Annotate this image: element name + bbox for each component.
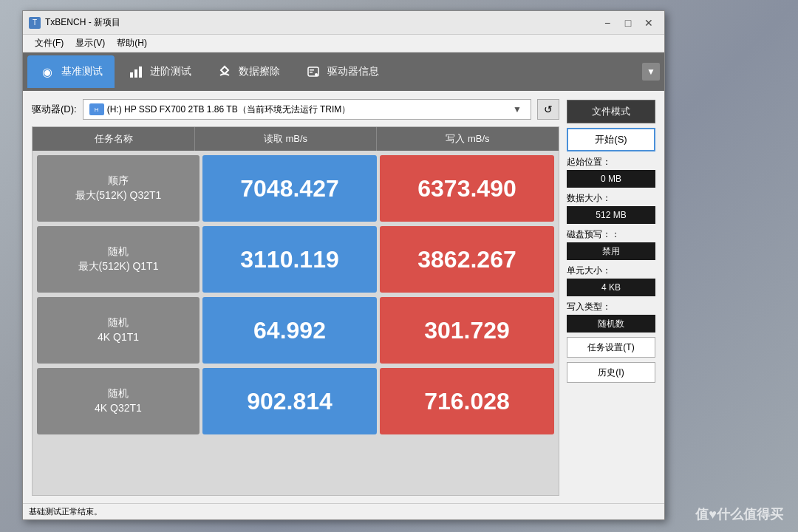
unit-size-label: 单元大小： xyxy=(567,265,655,277)
app-window: T TxBENCH - 新项目 − □ ✕ 文件(F) 显示(V) 帮助(H) … xyxy=(22,10,665,520)
advanced-icon xyxy=(128,64,144,80)
svg-rect-1 xyxy=(134,69,137,78)
write-type-section: 写入类型： 随机数 xyxy=(567,301,655,332)
drive-selector-row: 驱动器(D): H (H:) HP SSD FX700 2TB 1.86 TB（… xyxy=(32,98,559,120)
file-mode-button[interactable]: 文件模式 xyxy=(567,100,655,123)
row4-write: 716.028 xyxy=(380,368,554,434)
data-size-label: 数据大小： xyxy=(567,192,655,205)
unit-size-section: 单元大小： 4 KB xyxy=(567,265,655,296)
close-button[interactable]: ✕ xyxy=(639,16,658,30)
table-row: 随机 4K Q32T1 902.814 716.028 xyxy=(37,368,554,434)
main-area: 驱动器(D): H (H:) HP SSD FX700 2TB 1.86 TB（… xyxy=(32,98,559,496)
menu-help[interactable]: 帮助(H) xyxy=(111,35,153,51)
row1-write: 6373.490 xyxy=(380,155,554,222)
write-type-label: 写入类型： xyxy=(567,301,655,313)
row1-label: 顺序 最大(512K) Q32T1 xyxy=(37,155,200,222)
menu-view[interactable]: 显示(V) xyxy=(69,35,111,51)
tab-driveinfo[interactable]: 驱动器信息 xyxy=(293,55,391,88)
driveinfo-icon xyxy=(305,64,321,80)
history-button[interactable]: 历史(I) xyxy=(567,362,655,383)
row3-label: 随机 4K Q1T1 xyxy=(37,297,200,364)
maximize-button[interactable]: □ xyxy=(618,16,638,30)
table-body: 顺序 最大(512K) Q32T1 7048.427 6373.490 随机 最… xyxy=(33,151,559,495)
row3-write: 301.729 xyxy=(380,297,554,364)
drive-refresh-button[interactable]: ↺ xyxy=(537,99,559,120)
window-title: TxBENCH - 新项目 xyxy=(45,16,598,29)
drive-select-text: (H:) HP SSD FX700 2TB 1.86 TB（当前环境无法运行 T… xyxy=(107,103,510,116)
menu-file[interactable]: 文件(F) xyxy=(29,35,69,51)
minimize-button[interactable]: − xyxy=(598,16,617,30)
results-table: 任务名称 读取 mB/s 写入 mB/s 顺序 最大(512K) Q32T1 7… xyxy=(32,126,559,496)
table-header: 任务名称 读取 mB/s 写入 mB/s xyxy=(33,127,559,151)
tab-erase[interactable]: 数据擦除 xyxy=(205,55,292,88)
data-size-section: 数据大小： 512 MB xyxy=(567,192,655,224)
table-row: 随机 最大(512K) Q1T1 3110.119 3862.267 xyxy=(37,226,554,293)
svg-rect-5 xyxy=(310,69,314,71)
tab-erase-label: 数据擦除 xyxy=(239,65,280,78)
tab-advanced-label: 进阶测试 xyxy=(150,65,191,78)
app-icon: T xyxy=(29,17,41,29)
title-bar: T TxBENCH - 新项目 − □ ✕ xyxy=(23,11,664,35)
disk-prefill-value: 禁用 xyxy=(567,242,655,260)
content-area: 驱动器(D): H (H:) HP SSD FX700 2TB 1.86 TB（… xyxy=(23,91,664,503)
drive-icon: H xyxy=(89,103,104,115)
status-bar: 基础测试正常结束。 xyxy=(23,503,664,519)
table-row: 顺序 最大(512K) Q32T1 7048.427 6373.490 xyxy=(37,155,554,222)
start-position-value: 0 MB xyxy=(567,170,655,188)
svg-rect-0 xyxy=(130,72,133,78)
svg-rect-6 xyxy=(310,72,313,73)
row4-read: 902.814 xyxy=(202,368,377,434)
drive-label: 驱动器(D): xyxy=(32,103,77,116)
row2-write: 3862.267 xyxy=(380,226,554,293)
disk-prefill-section: 磁盘预写：： 禁用 xyxy=(567,228,655,260)
right-panel: 文件模式 开始(S) 起始位置： 0 MB 数据大小： 512 MB 磁盘预写：… xyxy=(567,98,655,496)
start-position-section: 起始位置： 0 MB xyxy=(567,156,655,188)
status-text: 基础测试正常结束。 xyxy=(29,506,102,517)
data-size-value: 512 MB xyxy=(567,206,655,224)
watermark: 值♥什么值得买 xyxy=(695,505,783,523)
row2-read: 3110.119 xyxy=(202,226,377,293)
svg-rect-2 xyxy=(139,66,142,78)
task-settings-button[interactable]: 任务设置(T) xyxy=(567,337,655,358)
tab-benchmark[interactable]: ◉ 基准测试 xyxy=(27,55,115,88)
menu-bar: 文件(F) 显示(V) 帮助(H) xyxy=(23,35,664,52)
start-button[interactable]: 开始(S) xyxy=(567,128,655,151)
col-read: 读取 mB/s xyxy=(195,127,377,151)
col-write: 写入 mB/s xyxy=(377,127,559,151)
col-task-name: 任务名称 xyxy=(33,127,195,151)
unit-size-value: 4 KB xyxy=(567,279,655,296)
tab-benchmark-label: 基准测试 xyxy=(61,65,103,78)
dropdown-arrow-icon: ▼ xyxy=(510,104,525,115)
row2-label: 随机 最大(512K) Q1T1 xyxy=(37,226,200,293)
tab-advanced[interactable]: 进阶测试 xyxy=(116,55,203,88)
window-controls: − □ ✕ xyxy=(598,16,658,30)
benchmark-icon: ◉ xyxy=(39,64,55,80)
write-type-value: 随机数 xyxy=(567,315,655,332)
table-row: 随机 4K Q1T1 64.992 301.729 xyxy=(37,297,554,364)
erase-icon xyxy=(216,64,233,80)
tab-driveinfo-label: 驱动器信息 xyxy=(327,65,379,78)
row4-label: 随机 4K Q32T1 xyxy=(37,368,200,434)
row1-read: 7048.427 xyxy=(202,155,377,222)
row3-read: 64.992 xyxy=(202,297,377,364)
start-position-label: 起始位置： xyxy=(567,156,655,168)
drive-dropdown[interactable]: H (H:) HP SSD FX700 2TB 1.86 TB（当前环境无法运行… xyxy=(83,99,531,120)
tab-dropdown-button[interactable]: ▼ xyxy=(642,63,660,81)
tab-bar: ◉ 基准测试 进阶测试 数据擦除 驱动器信息 ▼ xyxy=(23,52,664,91)
disk-prefill-label: 磁盘预写：： xyxy=(567,228,655,241)
svg-point-4 xyxy=(315,73,318,76)
